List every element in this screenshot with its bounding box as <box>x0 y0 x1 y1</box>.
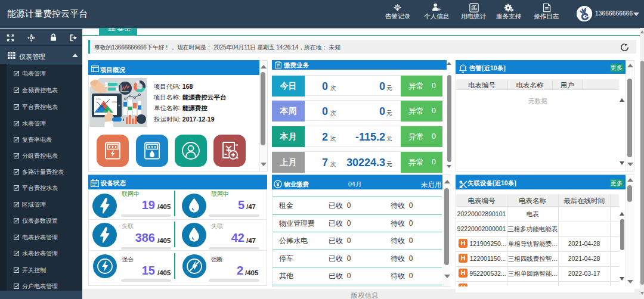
svg-text:12%: 12% <box>96 98 101 101</box>
svg-text:17%: 17% <box>112 101 117 104</box>
